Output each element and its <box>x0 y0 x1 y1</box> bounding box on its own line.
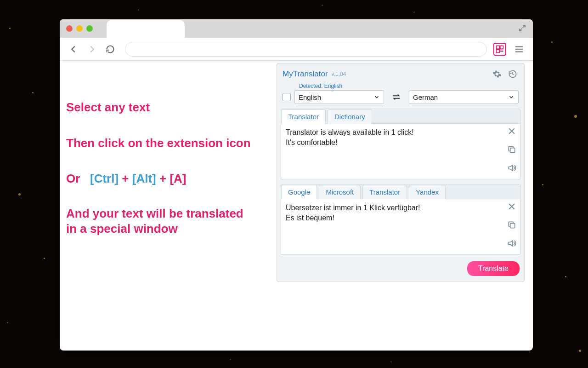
popup-title: MyTranslator <box>283 69 328 79</box>
tab-yandex[interactable]: Yandex <box>409 185 446 199</box>
tab-dictionary[interactable]: Dictionary <box>328 109 372 124</box>
forward-button[interactable] <box>84 41 100 58</box>
auto-detect-checkbox[interactable] <box>283 93 291 101</box>
source-language-value: English <box>299 93 321 101</box>
svg-rect-2 <box>497 49 500 52</box>
url-bar[interactable] <box>125 42 487 57</box>
output-panel: Google Microsoft Translator Yandex Übers… <box>281 184 520 255</box>
close-window-button[interactable] <box>66 25 73 32</box>
copy-icon[interactable] <box>506 219 517 230</box>
copy-icon[interactable] <box>506 144 517 155</box>
tab-google[interactable]: Google <box>281 185 317 199</box>
clear-icon[interactable] <box>506 126 517 137</box>
input-panel: Translator Dictionary Translator is alwa… <box>281 109 520 179</box>
marketing-line-1: Select any text <box>66 100 270 115</box>
input-tabs: Translator Dictionary <box>281 109 520 124</box>
key-plus-1: + <box>122 172 129 185</box>
input-tools <box>506 126 517 173</box>
browser-toolbar <box>60 38 533 61</box>
title-bar <box>60 19 533 38</box>
minimize-window-button[interactable] <box>76 25 83 32</box>
back-button[interactable] <box>65 41 82 58</box>
menu-icon[interactable] <box>511 41 527 58</box>
target-language-select[interactable]: German <box>409 90 519 104</box>
traffic-lights <box>66 25 93 32</box>
speak-icon[interactable] <box>506 238 517 249</box>
marketing-line-2: Then click on the extension icon <box>66 136 270 151</box>
swap-languages-button[interactable] <box>389 90 404 104</box>
tab-translator[interactable]: Translator <box>281 109 326 124</box>
popup-header: MyTranslator v.1.04 <box>277 63 524 83</box>
content-area: Select any text Then click on the extens… <box>60 61 533 351</box>
key-alt: [Alt] <box>132 172 156 185</box>
svg-rect-4 <box>510 224 515 228</box>
clear-icon[interactable] <box>506 201 517 212</box>
detected-label: Detected: English <box>299 83 384 89</box>
speak-icon[interactable] <box>506 162 517 173</box>
output-tools <box>506 201 517 249</box>
output-tabs: Google Microsoft Translator Yandex <box>281 184 520 199</box>
chevron-down-icon <box>508 94 514 100</box>
chevron-down-icon <box>373 94 380 100</box>
fullscreen-icon[interactable] <box>518 24 526 34</box>
key-ctrl: [Ctrl] <box>90 172 119 185</box>
source-language-select[interactable]: English <box>294 90 384 104</box>
extension-icon[interactable] <box>493 43 506 56</box>
browser-window: Select any text Then click on the extens… <box>60 19 533 351</box>
translator-popup: MyTranslator v.1.04 Detected: English En <box>277 63 525 282</box>
tab-translator-out[interactable]: Translator <box>362 185 407 199</box>
output-text: Übersetzer ist immer in 1 Klick verfügba… <box>281 199 520 254</box>
input-text[interactable]: Translator is always available in 1 clic… <box>281 124 520 179</box>
or-label: Or <box>66 172 80 185</box>
popup-version: v.1.04 <box>332 71 346 77</box>
svg-rect-0 <box>497 46 500 49</box>
marketing-line-4: And your text will be translated in a sp… <box>66 206 270 237</box>
key-plus-2: + <box>159 172 166 185</box>
browser-tab[interactable] <box>107 20 185 38</box>
marketing-copy: Select any text Then click on the extens… <box>60 61 277 351</box>
svg-rect-3 <box>510 148 515 153</box>
key-a: [A] <box>170 172 186 185</box>
translate-row: Translate <box>277 259 524 282</box>
target-language-value: German <box>413 93 438 101</box>
translate-button[interactable]: Translate <box>467 261 520 276</box>
reload-button[interactable] <box>102 41 119 58</box>
gear-icon[interactable] <box>491 68 503 80</box>
svg-rect-1 <box>500 46 503 49</box>
maximize-window-button[interactable] <box>86 25 93 32</box>
history-icon[interactable] <box>507 68 519 80</box>
tab-microsoft[interactable]: Microsoft <box>319 185 361 199</box>
marketing-shortcut: Or [Ctrl] + [Alt] + [A] <box>66 172 270 186</box>
language-row: Detected: English English German <box>277 83 524 109</box>
